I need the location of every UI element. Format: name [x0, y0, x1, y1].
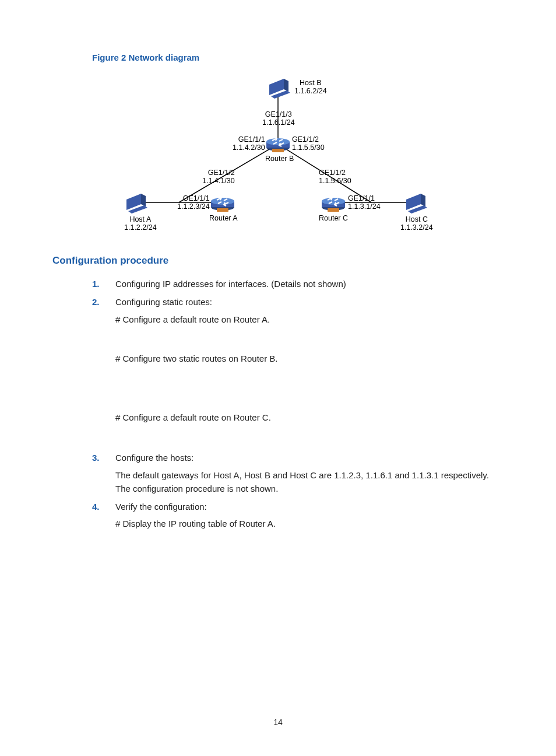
page-number: 14 — [0, 718, 556, 727]
svg-point-11 — [211, 198, 234, 205]
step-3: 3. Configure the hosts: The default gate… — [92, 451, 504, 495]
svg-point-15 — [322, 198, 345, 205]
step-3-text: Configure the hosts: — [115, 453, 193, 463]
step-4: 4. Verify the configuration: # Display t… — [92, 500, 504, 531]
routera-if-left: GE1/1/11.1.2.3/24 — [177, 194, 210, 211]
svg-rect-8 — [272, 149, 284, 152]
host-c-label: Host C1.1.3.2/24 — [400, 215, 433, 232]
routerb-if-right: GE1/1/21.1.5.5/30 — [292, 135, 325, 152]
router-b-name: Router B — [265, 155, 294, 163]
router-c-name: Router C — [319, 214, 348, 222]
procedure-list: 1. Configuring IP addresses for interfac… — [52, 277, 504, 531]
host-a-label: Host A1.1.2.2/24 — [124, 215, 157, 232]
step-1-number: 1. — [92, 277, 100, 290]
routerb-if-top: GE1/1/31.1.6.1/24 — [262, 110, 295, 127]
routera-if-up: GE1/1/21.1.4.1/30 — [202, 169, 235, 185]
step-2-sub2: # Configure two static routes on Router … — [115, 352, 504, 365]
step-3-number: 3. — [92, 451, 100, 464]
step-2-number: 2. — [92, 295, 100, 309]
svg-rect-12 — [217, 208, 228, 212]
step-2-text: Configuring static routes: — [115, 297, 212, 307]
network-diagram: Host B1.1.6.2/24 GE1/1/31.1.6.1/24 GE1/1… — [121, 68, 435, 237]
host-b-label: Host B1.1.6.2/24 — [294, 79, 327, 95]
step-3-sub1: The default gateways for Host A, Host B … — [115, 468, 504, 496]
step-1-text: Configuring IP addresses for interfaces.… — [115, 279, 346, 289]
routerc-if-right: GE1/1/11.1.3.1/24 — [348, 194, 381, 211]
step-2: 2. Configuring static routes: # Configur… — [92, 295, 504, 446]
routerb-if-left: GE1/1/11.1.4.2/30 — [233, 135, 265, 152]
step-4-number: 4. — [92, 500, 100, 513]
svg-rect-16 — [328, 208, 339, 212]
figure-caption: Figure 2 Network diagram — [92, 52, 504, 62]
step-4-text: Verify the configuration: — [115, 502, 207, 512]
step-2-sub1: # Configure a default route on Router A. — [115, 313, 504, 326]
step-1: 1. Configuring IP addresses for interfac… — [92, 277, 504, 290]
router-a-name: Router A — [209, 214, 238, 222]
section-heading: Configuration procedure — [52, 255, 504, 267]
step-4-sub1: # Display the IP routing table of Router… — [115, 517, 504, 530]
svg-point-7 — [266, 138, 290, 145]
step-2-sub3: # Configure a default route on Router C. — [115, 411, 504, 424]
routerc-if-up: GE1/1/21.1.5.6/30 — [319, 169, 351, 185]
